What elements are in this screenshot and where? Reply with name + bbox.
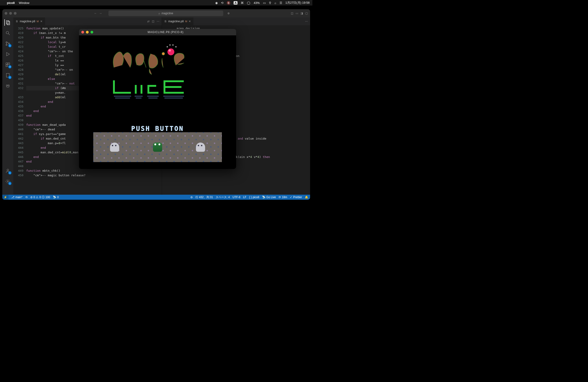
sb-time[interactable]: ⟳ 18m: [279, 196, 287, 199]
explorer-icon[interactable]: [4, 19, 11, 26]
tab-left[interactable]: 🗎 magicline.p8 M ✕: [13, 18, 45, 25]
spotlight-icon[interactable]: ⌕: [274, 1, 276, 5]
game-logo: [79, 42, 236, 106]
pico8-window: MAGICLINE.P8 (PICO-8): [79, 29, 236, 169]
more-icon[interactable]: ⋯: [305, 20, 308, 23]
macos-menubar: pico8 Window ◉ ⟲ 🔇 A ⌘ ◯ 43% ▭ ⚲ ⌕ ☰ 1月2…: [0, 0, 312, 5]
svg-point-16: [162, 52, 165, 55]
zoom-dot[interactable]: [14, 12, 17, 15]
input-source-icon[interactable]: A: [233, 1, 237, 5]
ghost-sprite: [196, 142, 205, 152]
nav-forward-icon[interactable]: →: [99, 12, 102, 15]
sb-problems[interactable]: ⊘ 0 ⚠ 0 ⓘ 100: [30, 195, 50, 199]
bluetooth-icon[interactable]: ⌘: [241, 1, 244, 5]
line-logo-svg: [109, 79, 206, 100]
svg-line-3: [8, 34, 10, 35]
sb-linecol[interactable]: 行 432、列 31: [195, 195, 213, 199]
wifi-icon[interactable]: ⚲: [269, 1, 271, 5]
minimize-dot[interactable]: [86, 31, 89, 34]
mute-icon[interactable]: 🔇: [227, 1, 230, 5]
sb-encoding[interactable]: UTF-8: [233, 196, 240, 199]
close-dot[interactable]: [81, 31, 84, 34]
svg-rect-9: [8, 63, 10, 64]
close-icon[interactable]: ✕: [40, 20, 42, 23]
control-center-icon[interactable]: ☰: [279, 1, 282, 5]
pico8-titlebar[interactable]: MAGICLINE.P8 (PICO-8): [79, 29, 236, 35]
activity-bar: 1 3 1 1 1: [2, 18, 13, 195]
svg-rect-1: [7, 21, 10, 25]
extensions-icon[interactable]: 3: [5, 61, 11, 68]
record-icon[interactable]: ◉: [215, 1, 218, 5]
battery-percent[interactable]: 43%: [253, 1, 260, 5]
svg-point-12: [6, 85, 8, 86]
app-name[interactable]: pico8: [7, 1, 15, 5]
debug-icon[interactable]: [5, 51, 11, 57]
svg-point-4: [6, 42, 7, 43]
svg-point-13: [8, 85, 9, 86]
layout-panel-left-icon[interactable]: ◫: [291, 12, 293, 15]
tab-modified: M: [185, 20, 187, 23]
minimize-dot[interactable]: [9, 12, 12, 15]
magic-logo-svg: [109, 42, 206, 79]
tab-modified: M: [37, 20, 39, 23]
copilot-chat-icon[interactable]: [5, 83, 11, 89]
sb-golive[interactable]: 📡 Go Live: [262, 196, 276, 199]
copilot-icon[interactable]: ⊕: [227, 12, 230, 15]
sb-prettier[interactable]: ✓ Prettier: [290, 196, 302, 199]
close-dot[interactable]: [5, 12, 7, 15]
account-badge: 1: [8, 171, 11, 175]
sb-lang[interactable]: { } pico8: [249, 196, 259, 199]
layout-customize-icon[interactable]: ▢: [305, 12, 308, 15]
close-icon[interactable]: ✕: [189, 20, 191, 23]
tab-filename: magicline.p8: [20, 20, 35, 23]
gear-badge: 1: [8, 182, 11, 185]
settings-gear-icon[interactable]: 1: [5, 178, 11, 184]
statusbar: ⚡ ⎇ main* ⟲ ⊘ 0 ⚠ 0 ⓘ 100 📡 0 ⊖ 行 432、列 …: [2, 195, 310, 200]
remote-indicator[interactable]: ⚡: [2, 195, 8, 200]
nav-back-icon[interactable]: ←: [94, 12, 97, 15]
notes-icon[interactable]: 1: [5, 72, 11, 79]
svg-rect-20: [169, 44, 170, 45]
sb-zoom[interactable]: ⊖: [190, 196, 193, 199]
scm-icon[interactable]: 1: [5, 40, 11, 47]
search-tab-icon[interactable]: [5, 30, 11, 36]
tab-right[interactable]: 🗎 magicline.p8 M ✕: [162, 18, 194, 25]
scm-badge: 1: [8, 44, 11, 47]
sb-branch[interactable]: ⎇ main*: [11, 196, 22, 199]
search-icon: ⌕: [158, 12, 160, 15]
ghost-sprite: [110, 142, 119, 152]
traffic-lights: [5, 12, 17, 15]
vscode-titlebar: ← → ⌕ magicline ⊕ ◫ ▭ ◨ ▢: [2, 9, 310, 18]
svg-point-18: [168, 49, 171, 52]
zoom-dot[interactable]: [90, 31, 93, 34]
account-icon[interactable]: 1: [5, 168, 11, 174]
sb-spaces[interactable]: スペース: 4: [216, 195, 230, 199]
svg-rect-21: [172, 44, 173, 45]
svg-rect-19: [167, 46, 168, 47]
ext-badge: 3: [8, 65, 11, 68]
layout-panel-right-icon[interactable]: ◨: [300, 12, 303, 15]
svg-point-5: [6, 44, 7, 46]
date-time[interactable]: 1月27日(月) 19:58: [286, 1, 310, 5]
compare-icon[interactable]: ⇄: [147, 20, 149, 23]
battery-icon[interactable]: ▭: [263, 1, 266, 5]
svg-point-15: [7, 181, 8, 182]
search-text: magicline: [162, 12, 173, 15]
menu-window[interactable]: Window: [19, 1, 29, 5]
svg-marker-7: [7, 53, 10, 56]
file-icon: 🗎: [164, 20, 167, 23]
layout-panel-bottom-icon[interactable]: ▭: [296, 12, 298, 15]
pico8-screen[interactable]: PUSH BUTTON: [79, 35, 236, 169]
more-icon[interactable]: ⋯: [157, 20, 159, 23]
sb-port[interactable]: 📡 0: [53, 196, 59, 199]
sb-bell-icon[interactable]: 🔔: [305, 196, 308, 199]
split-icon[interactable]: ◫: [152, 20, 154, 23]
note-badge: 1: [8, 76, 11, 79]
svg-rect-10: [6, 65, 8, 67]
timemachine-icon[interactable]: ⟲: [221, 1, 224, 5]
sb-eol[interactable]: LF: [243, 196, 247, 199]
user-icon[interactable]: ◯: [247, 1, 250, 5]
sb-sync[interactable]: ⟲: [25, 196, 28, 199]
command-center[interactable]: ⌕ magicline: [108, 11, 223, 16]
push-button-text: PUSH BUTTON: [79, 125, 236, 132]
